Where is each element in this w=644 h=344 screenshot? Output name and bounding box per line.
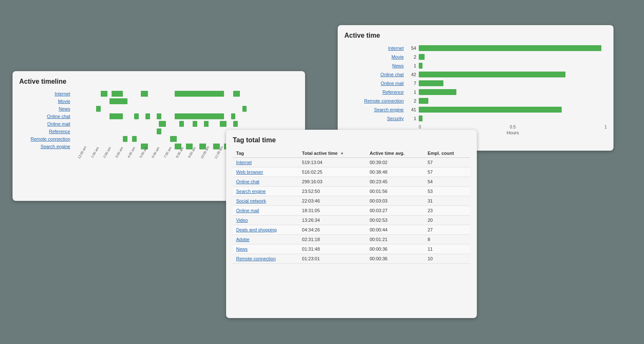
tag-table-row: Deals and shopping04:34:2600:00:4427 [233, 225, 470, 235]
empl-count-cell: 27 [424, 225, 470, 235]
bar-label[interactable]: Online mail [344, 81, 407, 86]
avg-time-cell: 00:39:02 [366, 158, 424, 167]
bar-container [419, 80, 607, 86]
empl-count-cell: 54 [424, 177, 470, 187]
timeline-bar-segment [123, 136, 127, 142]
timeline-bar-segment [179, 121, 184, 127]
timeline-row-bars [74, 113, 298, 119]
bar-xaxis-label: 0 [419, 125, 421, 129]
bar-fill [419, 63, 423, 69]
bar-fill [419, 54, 425, 60]
timeline-row-label[interactable]: Online chat [19, 114, 74, 119]
timeline-row-label[interactable]: Movie [19, 99, 74, 104]
timeline-bar-segment [134, 113, 139, 119]
avg-time-cell: 00:03:03 [366, 196, 424, 206]
bar-fill [419, 72, 565, 77]
bar-label[interactable]: Movie [344, 54, 407, 59]
bar-container [419, 89, 607, 95]
timeline-row-label[interactable]: News [19, 106, 74, 111]
tag-table-row: Online mail18:31:0500:03:2723 [233, 206, 470, 216]
timeline-bar-segment [175, 113, 224, 119]
timeline-bar-segment [101, 91, 107, 97]
avg-time-cell: 00:00:36 [366, 244, 424, 254]
bar-container [419, 107, 607, 113]
tag-table-row: Online chat299:16:0300:23:4554 [233, 177, 470, 187]
bar-label[interactable]: Security [344, 116, 407, 121]
tag-cell[interactable]: Online mail [233, 206, 299, 216]
sort-icon: ▼ [340, 151, 344, 156]
bar-value: 54 [407, 46, 419, 51]
empl-count-cell: 8 [424, 235, 470, 244]
timeline-bar-segment [157, 128, 161, 134]
tag-cell[interactable]: Video [233, 216, 299, 225]
bar-label[interactable]: Internet [344, 46, 407, 51]
total-time-cell: 23:52:50 [299, 187, 367, 196]
tag-cell[interactable]: Online chat [233, 177, 299, 187]
bar-container [419, 72, 607, 77]
tag-table-row: Remote connection01:23:0100:00:3610 [233, 254, 470, 264]
bar-container [419, 116, 607, 121]
bar-label[interactable]: Online chat [344, 72, 407, 77]
tag-table-row: Internet519:13:0400:39:0257 [233, 158, 470, 167]
bar-value: 2 [407, 98, 419, 103]
tag-table-header-total-active-time[interactable]: Total active time ▼ [299, 149, 367, 158]
bar-fill [419, 80, 443, 86]
bar-label[interactable]: News [344, 63, 407, 68]
tag-table: TagTotal active time ▼Active time avg.Em… [233, 149, 470, 264]
timeline-row: News [19, 105, 298, 112]
bar-fill [419, 45, 601, 51]
timeline-bar-segment [141, 91, 148, 97]
tag-cell[interactable]: Social network [233, 196, 299, 206]
tag-cell[interactable]: Internet [233, 158, 299, 167]
empl-count-cell: 10 [424, 254, 470, 264]
timeline-bar-segment [109, 113, 123, 119]
tag-cell[interactable]: Remote connection [233, 254, 299, 264]
timeline-row-label[interactable]: Reference [19, 129, 74, 134]
bar-label[interactable]: Search engine [344, 107, 407, 112]
tag-cell[interactable]: Adobe [233, 235, 299, 244]
bar-value: 1 [407, 116, 419, 121]
bar-xaxis-label: 0.5 [510, 125, 516, 129]
tag-cell[interactable]: News [233, 244, 299, 254]
timeline-bar-segment [204, 121, 209, 127]
bar-value: 7 [407, 81, 419, 86]
tag-total-panel: Tag total time TagTotal active time ▼Act… [226, 130, 477, 318]
timeline-bar-segment [157, 113, 161, 119]
timeline-bar-segment [233, 121, 238, 127]
empl-count-cell: 53 [424, 187, 470, 196]
bar-label[interactable]: Reference [344, 90, 407, 95]
tag-cell[interactable]: Web browser [233, 167, 299, 177]
avg-time-cell: 00:01:56 [366, 187, 424, 196]
bar-fill [419, 89, 456, 95]
bar-row: News1 [344, 62, 607, 69]
bar-xaxis: 00.51 [419, 125, 607, 129]
timeline-row-label[interactable]: Remote connection [19, 136, 74, 141]
bar-row: Movie2 [344, 53, 607, 61]
timeline-bar-segment [159, 121, 165, 127]
total-time-cell: 01:23:01 [299, 254, 367, 264]
bar-fill [419, 107, 562, 113]
avg-time-cell: 00:38:48 [366, 167, 424, 177]
bar-fill [419, 116, 423, 121]
timeline-bar-segment [132, 136, 137, 142]
total-time-cell: 04:34:26 [299, 225, 367, 235]
tag-cell[interactable]: Deals and shopping [233, 225, 299, 235]
avg-time-cell: 00:00:44 [366, 225, 424, 235]
bar-xaxis-label: 1 [604, 125, 607, 129]
total-time-cell: 18:31:05 [299, 206, 367, 216]
tag-cell[interactable]: Search engine [233, 187, 299, 196]
timeline-row-label[interactable]: Internet [19, 91, 74, 96]
empl-count-cell: 23 [424, 206, 470, 216]
bar-value: 42 [407, 72, 419, 77]
bar-value: 1 [407, 63, 419, 68]
timeline-bar-segment [96, 106, 101, 112]
timeline-row-label[interactable]: Search engine [19, 144, 74, 149]
active-time-title: Active time [344, 32, 607, 39]
empl-count-cell: 11 [424, 244, 470, 254]
timeline-row: Movie [19, 98, 298, 105]
bar-fill [419, 98, 428, 104]
bar-value: 41 [407, 107, 419, 112]
timeline-row-label[interactable]: Online mail [19, 121, 74, 126]
bar-row: Search engine41 [344, 106, 607, 113]
bar-label[interactable]: Remote connection [344, 98, 407, 103]
